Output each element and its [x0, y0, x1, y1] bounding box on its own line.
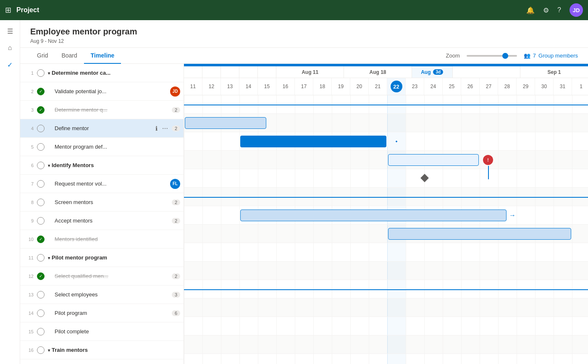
task-check[interactable]: [37, 199, 45, 206]
grid-line: [276, 299, 277, 317]
task-row[interactable]: 15Pilot complete: [20, 322, 184, 341]
gantt-bar[interactable]: [240, 136, 386, 147]
task-row[interactable]: 17Determine skills g...2: [20, 359, 184, 364]
grid-line: [202, 335, 203, 354]
grid-line: [239, 262, 240, 280]
task-row[interactable]: 16▾Train mentors: [20, 341, 184, 359]
avatar[interactable]: JD: [570, 3, 583, 17]
help-icon[interactable]: ?: [557, 6, 561, 14]
chevron-down-icon[interactable]: ▾: [48, 71, 50, 76]
zoom-slider[interactable]: [467, 55, 517, 57]
task-check[interactable]: [37, 346, 45, 354]
grid-line: [239, 225, 240, 243]
task-check[interactable]: [37, 125, 45, 132]
chevron-down-icon[interactable]: ▾: [48, 163, 50, 168]
grid-line: [443, 243, 443, 261]
group-timeline-line: [184, 289, 588, 290]
grid-line: [554, 243, 554, 261]
tab-board[interactable]: Board: [55, 48, 84, 64]
day-label: 24: [430, 84, 436, 89]
task-title: Select qualified men...: [48, 273, 169, 279]
row-number: 16: [24, 348, 34, 353]
sidebar-home-icon[interactable]: ⌂: [3, 40, 18, 55]
grid-line: [332, 262, 332, 280]
task-check[interactable]: [37, 143, 45, 151]
group-members-btn[interactable]: 👥 7 Group members: [524, 52, 578, 59]
timeline-header: Aug 11 Aug 18 Aug 3d Sep 1 11121314151: [184, 66, 588, 95]
task-badge: 2: [172, 218, 180, 224]
grid-line: [461, 354, 462, 364]
grid-line: [517, 114, 517, 132]
task-title: Screen mentors: [48, 199, 169, 205]
task-check[interactable]: [37, 217, 45, 225]
task-row[interactable]: 4Define mentorℹ⋯2: [20, 119, 184, 138]
grid-line: [221, 317, 221, 335]
grid-line: [221, 335, 221, 354]
grid-line: [572, 243, 572, 261]
app-grid-icon[interactable]: ⊞: [5, 5, 11, 15]
task-row[interactable]: 9Accept mentors2: [20, 212, 184, 230]
week-spacer5: [258, 66, 276, 78]
tab-timeline[interactable]: Timeline: [84, 48, 121, 64]
row-number: 8: [24, 200, 34, 205]
grid-line: [258, 225, 258, 243]
grid-line: [295, 169, 295, 187]
grid-line: [424, 317, 425, 335]
info-icon[interactable]: ℹ: [152, 124, 161, 133]
task-row[interactable]: 5Mentor program def...: [20, 138, 184, 156]
task-row[interactable]: 12✓Select qualified men...2: [20, 267, 184, 285]
task-title: ▾Determine mentor ca...: [48, 70, 180, 76]
milestone-red-circle[interactable]: !: [483, 155, 493, 165]
task-row[interactable]: 14Pilot program6: [20, 304, 184, 322]
grid-line: [554, 169, 554, 187]
task-check[interactable]: [37, 162, 45, 169]
task-list: 1▾Determine mentor ca...2✓Validate poten…: [20, 64, 184, 364]
task-row[interactable]: 7Request mentor vol...FL: [20, 175, 184, 193]
row-number: 12: [24, 274, 34, 279]
grid-line: [572, 114, 572, 132]
gantt-bar[interactable]: [388, 228, 571, 240]
gantt-bar[interactable]: [388, 154, 479, 166]
settings-icon[interactable]: ⚙: [543, 6, 549, 14]
task-check[interactable]: [37, 309, 45, 317]
day-col: 23: [406, 78, 424, 95]
grid-line: [443, 335, 443, 354]
day-label: 23: [412, 84, 417, 89]
task-check[interactable]: ✓: [37, 236, 45, 243]
grid-line: [350, 243, 351, 261]
task-row[interactable]: 2✓Validate potential jo...JD: [20, 82, 184, 101]
task-row[interactable]: 1▾Determine mentor ca...: [20, 64, 184, 82]
task-check[interactable]: [37, 180, 45, 188]
grid-line: [535, 151, 536, 169]
chevron-down-icon[interactable]: ▾: [48, 348, 50, 353]
gantt-bar[interactable]: [185, 117, 266, 129]
task-check[interactable]: [37, 328, 45, 335]
task-check[interactable]: ✓: [37, 272, 45, 280]
bell-icon[interactable]: 🔔: [526, 6, 535, 14]
task-check[interactable]: ✓: [37, 106, 45, 114]
grid-line: [443, 114, 443, 132]
task-row[interactable]: 6▾Identify Mentors: [20, 156, 184, 175]
grid-line: [572, 354, 572, 364]
grid-line: [424, 354, 425, 364]
task-title: Accept mentors: [48, 217, 169, 224]
tab-grid[interactable]: Grid: [30, 48, 55, 64]
task-row[interactable]: 8Screen mentors2: [20, 193, 184, 212]
task-check[interactable]: [37, 254, 45, 262]
gantt-bar[interactable]: [240, 209, 507, 221]
chevron-down-icon[interactable]: ▾: [48, 256, 50, 260]
grid-line: [554, 114, 554, 132]
grid-line: [184, 225, 184, 243]
sidebar-menu-icon[interactable]: ☰: [3, 24, 18, 39]
task-check[interactable]: [37, 69, 45, 77]
task-row[interactable]: 3✓Determine mentor q...2: [20, 101, 184, 119]
task-check[interactable]: [37, 291, 45, 299]
grid-timeline: 1▾Determine mentor ca...2✓Validate poten…: [20, 64, 588, 364]
sidebar-check-icon[interactable]: ✓: [3, 57, 18, 72]
task-row[interactable]: 13Select employees3: [20, 285, 184, 304]
task-check[interactable]: ✓: [37, 88, 45, 95]
timeline-panel[interactable]: Aug 11 Aug 18 Aug 3d Sep 1 11121314151: [184, 64, 588, 364]
task-row[interactable]: 10✓Mentors identified: [20, 230, 184, 249]
more-icon[interactable]: ⋯: [161, 124, 169, 133]
task-row[interactable]: 11▾Pilot mentor program: [20, 249, 184, 267]
